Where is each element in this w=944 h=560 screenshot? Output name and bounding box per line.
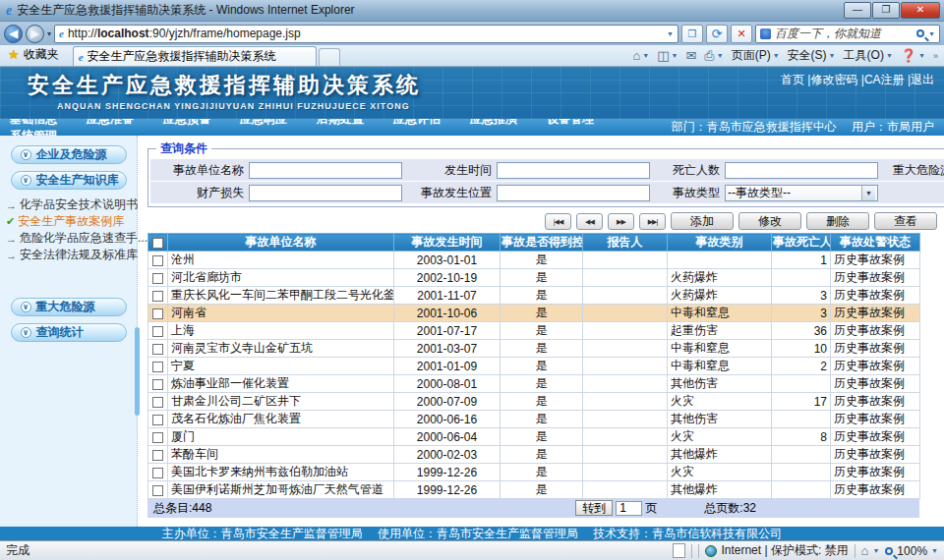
feeds-button[interactable]: ◫▼ bbox=[657, 48, 678, 63]
address-dropdown-icon[interactable]: ▼ bbox=[667, 30, 674, 37]
row-checkbox-cell bbox=[148, 269, 168, 287]
page-number-input[interactable] bbox=[616, 501, 642, 516]
header-link[interactable]: 退出 bbox=[911, 73, 934, 86]
table-row[interactable]: 河南省2001-10-06是中毒和窒息3历史事故案例 bbox=[148, 305, 920, 322]
table-row[interactable]: 厦门2000-06-04是火灾8历史事故案例 bbox=[148, 428, 920, 446]
home-button[interactable]: ⌂▼ bbox=[632, 48, 649, 63]
security-zone[interactable]: Internet | 保护模式: 禁用 bbox=[705, 542, 848, 559]
pager-bar: 总条目:448 转到页 总页数:32 bbox=[148, 499, 919, 518]
back-button[interactable]: ◀ bbox=[4, 25, 23, 43]
browser-tab[interactable]: e 安全生产应急救援指挥辅助决策系统 bbox=[73, 46, 317, 66]
row-checkbox[interactable] bbox=[152, 255, 163, 266]
compatibility-button[interactable]: ❒ bbox=[681, 25, 703, 43]
first-page-button[interactable]: |◀◀ bbox=[545, 213, 571, 230]
table-row[interactable]: 沧州2003-01-01是1历史事故案例 bbox=[148, 252, 920, 269]
search-dropdown-icon[interactable]: ▼ bbox=[928, 30, 935, 37]
select-all-checkbox[interactable] bbox=[152, 238, 163, 249]
row-checkbox[interactable] bbox=[152, 273, 163, 284]
sidebar-group[interactable]: ∨查询统计 bbox=[11, 323, 127, 342]
table-cell bbox=[583, 464, 668, 481]
table-row[interactable]: 美国北卡罗来纳州韦兹伯勒加油站1999-12-26是火灾历史事故案例 bbox=[148, 464, 920, 481]
row-checkbox[interactable] bbox=[152, 379, 163, 390]
overflow-chevron-icon[interactable]: » bbox=[933, 51, 938, 61]
query-field-select[interactable]: --事故类型--▼ bbox=[725, 185, 878, 201]
row-checkbox-cell bbox=[148, 340, 168, 358]
table-cell: 是 bbox=[501, 464, 583, 481]
row-checkbox[interactable] bbox=[152, 432, 163, 443]
favorites-button[interactable]: ★ 收藏夹 bbox=[2, 46, 67, 66]
row-checkbox[interactable] bbox=[152, 415, 163, 425]
table-row[interactable]: 上海2001-07-17是起重伤害36历史事故案例 bbox=[148, 322, 920, 340]
goto-button[interactable]: 转到 bbox=[575, 500, 613, 516]
table-row[interactable]: 甘肃金川公司二矿区井下2000-07-09是火灾17历史事故案例 bbox=[148, 393, 920, 411]
sidebar-group[interactable]: ∨企业及危险源 bbox=[11, 145, 127, 164]
table-row[interactable]: 河南灵宝市义寺山金矿五坑2001-03-07是中毒和窒息10历史事故案例 bbox=[148, 340, 920, 358]
row-checkbox[interactable] bbox=[152, 485, 163, 496]
forward-button[interactable]: ▶ bbox=[26, 25, 44, 43]
row-checkbox[interactable] bbox=[152, 326, 163, 337]
table-row[interactable]: 宁夏2001-01-09是中毒和窒息2历史事故案例 bbox=[148, 358, 920, 375]
query-field-input[interactable] bbox=[249, 185, 402, 201]
search-icon[interactable] bbox=[916, 29, 924, 37]
close-button[interactable]: ✕ bbox=[901, 2, 940, 19]
stop-button[interactable]: ✕ bbox=[731, 25, 752, 43]
table-row[interactable]: 苯酚车间2000-02-03是其他爆炸历史事故案例 bbox=[148, 446, 920, 464]
tools-menu[interactable]: 工具(O)▼ bbox=[844, 47, 893, 64]
safety-menu[interactable]: 安全(S)▼ bbox=[788, 47, 836, 64]
next-page-button[interactable]: ▶▶ bbox=[608, 213, 634, 230]
refresh-button[interactable]: ⟳ bbox=[706, 25, 728, 43]
table-cell: 历史事故案例 bbox=[831, 252, 920, 269]
row-checkbox[interactable] bbox=[152, 468, 163, 478]
table-cell: 是 bbox=[501, 269, 583, 287]
header-link[interactable]: 首页 bbox=[781, 73, 804, 86]
print-button[interactable]: ⎙▼ bbox=[704, 48, 723, 64]
table-row[interactable]: 重庆长风化一车间二苯甲酮工段二号光化釜2001-11-07是火药爆炸3历史事故案… bbox=[148, 287, 920, 305]
favorites-label: 收藏夹 bbox=[24, 46, 59, 63]
table-row[interactable]: 茂名石化炼油厂焦化装置2000-06-16是其他伤害历史事故案例 bbox=[148, 411, 920, 428]
sidebar-item[interactable]: ✔安全生产事故案例库 bbox=[6, 213, 137, 230]
table-cell bbox=[668, 252, 772, 269]
page-menu[interactable]: 页面(P)▼ bbox=[732, 47, 780, 64]
privacy-button[interactable]: ⌂▼ bbox=[861, 543, 880, 558]
sidebar-group[interactable]: ∨安全生产知识库 bbox=[11, 171, 127, 190]
table-row[interactable]: 河北省廊坊市2002-10-19是火药爆炸历史事故案例 bbox=[148, 269, 920, 287]
edit-button[interactable]: 修改 bbox=[738, 212, 801, 230]
sidebar-item[interactable]: →化学品安全技术说明书 bbox=[6, 196, 137, 213]
table-cell: 历史事故案例 bbox=[831, 322, 920, 340]
table-cell: 历史事故案例 bbox=[831, 393, 920, 411]
table-row[interactable]: 美国伊利诺斯州芝加哥炼油厂天然气管道1999-12-26是其他爆炸历史事故案例 bbox=[148, 481, 920, 499]
history-dropdown-icon[interactable]: ▾ bbox=[47, 29, 51, 38]
table-cell: 中毒和窒息 bbox=[668, 358, 772, 375]
row-checkbox[interactable] bbox=[152, 397, 163, 408]
add-button[interactable]: 添加 bbox=[671, 212, 734, 230]
query-field-input[interactable] bbox=[725, 162, 878, 179]
help-menu[interactable]: ❓▼ bbox=[901, 48, 925, 63]
address-input[interactable]: e http://localhost:90/yjzh/frame/homepag… bbox=[54, 25, 678, 43]
header-link[interactable]: 修改密码 bbox=[810, 73, 857, 86]
header-link[interactable]: CA注册 bbox=[864, 73, 905, 86]
sidebar-item[interactable]: →安全法律法规及标准库 bbox=[6, 247, 137, 263]
zoom-control[interactable]: 100% ▼ bbox=[885, 544, 938, 558]
view-button[interactable]: 查看 bbox=[874, 212, 937, 230]
sidebar-item-label: 安全生产事故案例库 bbox=[18, 213, 124, 230]
query-field-input[interactable] bbox=[249, 162, 402, 179]
table-row[interactable]: 炼油事业部一催化装置2000-08-01是其他伤害历史事故案例 bbox=[148, 375, 920, 393]
maximize-button[interactable]: ❐ bbox=[872, 2, 900, 19]
last-page-button[interactable]: ▶▶| bbox=[639, 213, 666, 230]
splitter-handle[interactable] bbox=[135, 327, 140, 416]
row-checkbox[interactable] bbox=[152, 291, 163, 302]
mail-button[interactable]: ✉ bbox=[685, 48, 696, 63]
row-checkbox[interactable] bbox=[152, 450, 163, 461]
new-tab-button[interactable] bbox=[319, 48, 340, 66]
query-field-input[interactable] bbox=[497, 162, 650, 179]
query-field-input[interactable] bbox=[497, 185, 650, 201]
row-checkbox[interactable] bbox=[152, 362, 163, 372]
minimize-button[interactable]: — bbox=[844, 2, 871, 19]
search-input[interactable]: 百度一下，你就知道 ▼ bbox=[755, 25, 940, 43]
prev-page-button[interactable]: ◀◀ bbox=[576, 213, 603, 230]
sidebar-item[interactable]: →危险化学品应急速查手... bbox=[6, 230, 137, 247]
row-checkbox[interactable] bbox=[152, 308, 163, 319]
sidebar-group[interactable]: ∨重大危险源 bbox=[11, 298, 127, 316]
row-checkbox[interactable] bbox=[152, 344, 163, 355]
delete-button[interactable]: 删除 bbox=[806, 212, 869, 230]
